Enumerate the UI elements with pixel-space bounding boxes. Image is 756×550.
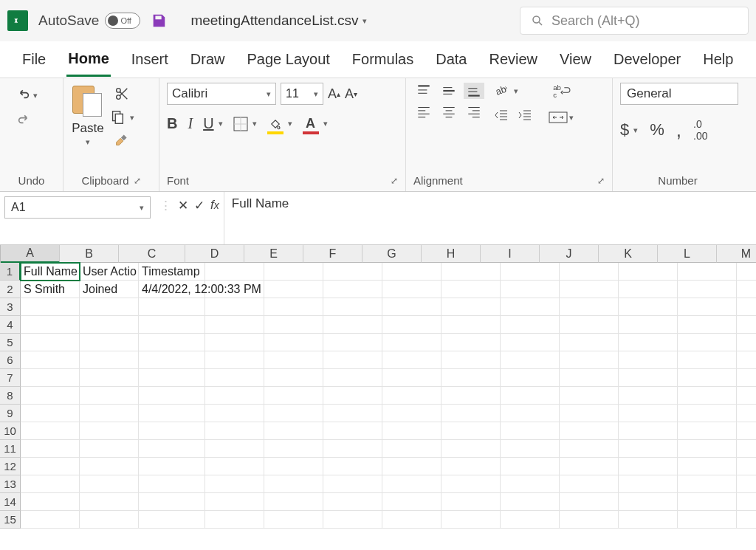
cell-A1[interactable]: Full Name bbox=[21, 263, 80, 281]
cell-C11[interactable] bbox=[139, 440, 205, 458]
cell-K9[interactable] bbox=[619, 405, 678, 422]
row-header[interactable]: 7 bbox=[0, 369, 21, 387]
cell-F1[interactable] bbox=[323, 263, 382, 281]
cell-M13[interactable] bbox=[737, 475, 756, 493]
cell-D4[interactable] bbox=[205, 316, 264, 334]
cell-I7[interactable] bbox=[501, 369, 560, 387]
italic-button[interactable]: I bbox=[188, 115, 193, 132]
cell-G6[interactable] bbox=[382, 351, 441, 369]
cell-A3[interactable] bbox=[21, 298, 80, 316]
cell-C10[interactable] bbox=[139, 422, 205, 440]
cell-A7[interactable] bbox=[21, 369, 80, 387]
cell-H8[interactable] bbox=[441, 387, 501, 405]
percent-format-button[interactable]: % bbox=[650, 120, 664, 140]
cell-J11[interactable] bbox=[560, 440, 619, 458]
cell-D10[interactable] bbox=[205, 422, 264, 440]
align-left-button[interactable] bbox=[413, 103, 434, 120]
cell-A5[interactable] bbox=[21, 334, 80, 351]
cell-H4[interactable] bbox=[441, 316, 501, 334]
cell-B12[interactable] bbox=[80, 458, 139, 475]
cell-G15[interactable] bbox=[382, 511, 441, 529]
cell-F9[interactable] bbox=[323, 405, 382, 422]
wrap-text-button[interactable]: abc bbox=[548, 83, 574, 99]
cell-E3[interactable] bbox=[264, 298, 323, 316]
cell-E9[interactable] bbox=[264, 405, 323, 422]
cell-G10[interactable] bbox=[382, 422, 441, 440]
cell-K3[interactable] bbox=[619, 298, 678, 316]
tab-file[interactable]: File bbox=[21, 44, 47, 75]
enter-formula-button[interactable]: ✓ bbox=[194, 198, 205, 213]
cell-B2[interactable]: Joined bbox=[80, 281, 139, 298]
cell-L2[interactable] bbox=[678, 281, 737, 298]
cell-M15[interactable] bbox=[737, 511, 756, 529]
row-header[interactable]: 13 bbox=[0, 475, 21, 493]
cell-A4[interactable] bbox=[21, 316, 80, 334]
column-header[interactable]: D bbox=[185, 245, 244, 263]
tab-developer[interactable]: Developer bbox=[612, 44, 682, 75]
cell-B7[interactable] bbox=[80, 369, 139, 387]
cell-A10[interactable] bbox=[21, 422, 80, 440]
column-header[interactable]: I bbox=[481, 245, 540, 263]
column-header[interactable]: F bbox=[303, 245, 362, 263]
merge-center-button[interactable]: ▾ bbox=[548, 108, 574, 127]
cell-G5[interactable] bbox=[382, 334, 441, 351]
row-header[interactable]: 2 bbox=[0, 281, 21, 298]
filename-dropdown[interactable]: meetingAttendanceList.csv ▾ bbox=[190, 13, 367, 29]
cell-F2[interactable] bbox=[323, 281, 382, 298]
column-header[interactable]: K bbox=[599, 245, 658, 263]
cell-G13[interactable] bbox=[382, 475, 441, 493]
search-input[interactable]: Search (Alt+Q) bbox=[520, 7, 749, 35]
cell-H14[interactable] bbox=[441, 493, 501, 511]
cell-K5[interactable] bbox=[619, 334, 678, 351]
cell-E11[interactable] bbox=[264, 440, 323, 458]
cell-C15[interactable] bbox=[139, 511, 205, 529]
cell-L14[interactable] bbox=[678, 493, 737, 511]
cell-C8[interactable] bbox=[139, 387, 205, 405]
align-middle-button[interactable] bbox=[439, 83, 459, 99]
cell-A14[interactable] bbox=[21, 493, 80, 511]
cell-B15[interactable] bbox=[80, 511, 139, 529]
cell-L3[interactable] bbox=[678, 298, 737, 316]
cell-E14[interactable] bbox=[264, 493, 323, 511]
cell-J1[interactable] bbox=[560, 263, 619, 281]
save-icon[interactable] bbox=[151, 13, 167, 29]
cell-K8[interactable] bbox=[619, 387, 678, 405]
orientation-button[interactable]: ab bbox=[493, 83, 509, 99]
row-header[interactable]: 14 bbox=[0, 493, 21, 511]
row-header[interactable]: 10 bbox=[0, 422, 21, 440]
column-header[interactable]: G bbox=[362, 245, 422, 263]
cell-I1[interactable] bbox=[501, 263, 560, 281]
align-bottom-button[interactable] bbox=[464, 83, 484, 99]
cell-M8[interactable] bbox=[737, 387, 756, 405]
chevron-down-icon[interactable]: ▾ bbox=[323, 119, 328, 128]
increase-font-button[interactable]: A▴ bbox=[328, 86, 340, 102]
cell-B8[interactable] bbox=[80, 387, 139, 405]
cell-H11[interactable] bbox=[441, 440, 501, 458]
row-header[interactable]: 9 bbox=[0, 405, 21, 422]
cell-L4[interactable] bbox=[678, 316, 737, 334]
cell-I4[interactable] bbox=[501, 316, 560, 334]
row-header[interactable]: 1 bbox=[0, 263, 21, 281]
cell-G14[interactable] bbox=[382, 493, 441, 511]
row-header[interactable]: 3 bbox=[0, 298, 21, 316]
bold-button[interactable]: B bbox=[167, 115, 177, 132]
cell-B10[interactable] bbox=[80, 422, 139, 440]
cell-H12[interactable] bbox=[441, 458, 501, 475]
increase-decimal-button[interactable]: .0.00 bbox=[693, 118, 707, 142]
cell-D11[interactable] bbox=[205, 440, 264, 458]
cell-L6[interactable] bbox=[678, 351, 737, 369]
toggle-switch[interactable]: Off bbox=[105, 13, 140, 29]
cell-G8[interactable] bbox=[382, 387, 441, 405]
cell-A11[interactable] bbox=[21, 440, 80, 458]
cell-I13[interactable] bbox=[501, 475, 560, 493]
cell-K4[interactable] bbox=[619, 316, 678, 334]
cell-L8[interactable] bbox=[678, 387, 737, 405]
cell-F6[interactable] bbox=[323, 351, 382, 369]
column-header[interactable]: J bbox=[540, 245, 599, 263]
column-header[interactable]: E bbox=[244, 245, 303, 263]
cell-E10[interactable] bbox=[264, 422, 323, 440]
cell-D3[interactable] bbox=[205, 298, 264, 316]
cell-J14[interactable] bbox=[560, 493, 619, 511]
number-format-select[interactable]: General bbox=[620, 83, 738, 105]
cell-K15[interactable] bbox=[619, 511, 678, 529]
